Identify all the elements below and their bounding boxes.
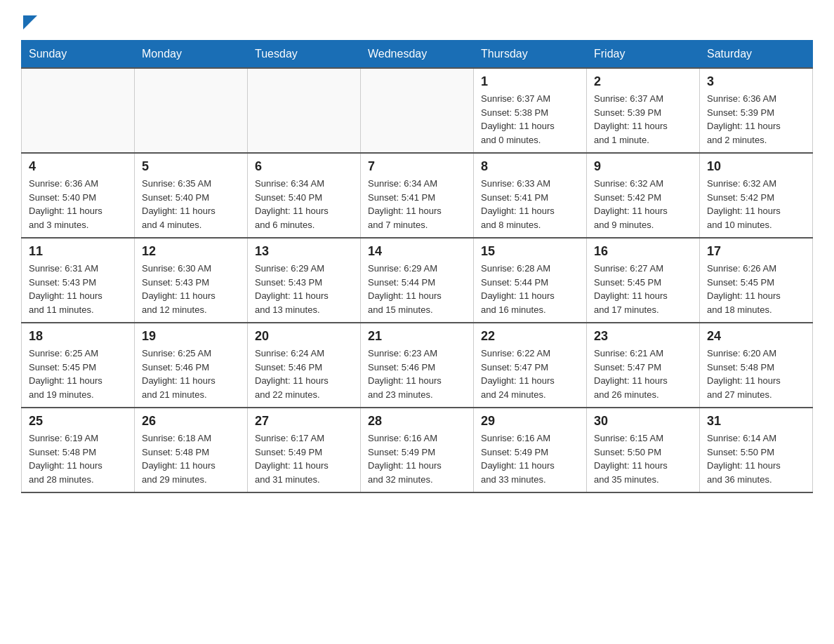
col-header-monday: Monday (135, 41, 248, 69)
day-info: Sunrise: 6:24 AMSunset: 5:46 PMDaylight:… (255, 347, 353, 401)
day-number: 5 (142, 159, 240, 174)
day-number: 3 (707, 74, 805, 89)
calendar-cell: 9Sunrise: 6:32 AMSunset: 5:42 PMDaylight… (587, 153, 700, 238)
col-header-wednesday: Wednesday (361, 41, 474, 69)
calendar-cell: 14Sunrise: 6:29 AMSunset: 5:44 PMDayligh… (361, 238, 474, 323)
day-info: Sunrise: 6:25 AMSunset: 5:46 PMDaylight:… (142, 347, 240, 401)
day-info: Sunrise: 6:23 AMSunset: 5:46 PMDaylight:… (368, 347, 466, 401)
calendar-cell: 31Sunrise: 6:14 AMSunset: 5:50 PMDayligh… (700, 408, 813, 492)
calendar-cell: 6Sunrise: 6:34 AMSunset: 5:40 PMDaylight… (248, 153, 361, 238)
day-number: 14 (368, 244, 466, 259)
col-header-saturday: Saturday (700, 41, 813, 69)
calendar-cell: 24Sunrise: 6:20 AMSunset: 5:48 PMDayligh… (700, 323, 813, 408)
day-info: Sunrise: 6:33 AMSunset: 5:41 PMDaylight:… (481, 177, 579, 232)
day-number: 9 (594, 159, 692, 174)
day-number: 20 (255, 329, 353, 344)
col-header-sunday: Sunday (22, 41, 135, 69)
day-info: Sunrise: 6:36 AMSunset: 5:40 PMDaylight:… (29, 177, 127, 232)
calendar-cell: 8Sunrise: 6:33 AMSunset: 5:41 PMDaylight… (474, 153, 587, 238)
day-number: 10 (707, 159, 805, 174)
day-number: 25 (29, 414, 127, 429)
calendar-cell: 3Sunrise: 6:36 AMSunset: 5:39 PMDaylight… (700, 68, 813, 153)
day-number: 2 (594, 74, 692, 89)
week-row-5: 25Sunrise: 6:19 AMSunset: 5:48 PMDayligh… (22, 408, 813, 492)
day-info: Sunrise: 6:19 AMSunset: 5:48 PMDaylight:… (29, 431, 127, 486)
logo-arrow-icon (23, 15, 37, 29)
day-number: 22 (481, 329, 579, 344)
col-header-tuesday: Tuesday (248, 41, 361, 69)
day-info: Sunrise: 6:29 AMSunset: 5:43 PMDaylight:… (255, 262, 353, 316)
calendar-cell (248, 68, 361, 153)
day-number: 6 (255, 159, 353, 174)
calendar-table: SundayMondayTuesdayWednesdayThursdayFrid… (21, 40, 813, 493)
page-header (21, 14, 813, 32)
day-info: Sunrise: 6:30 AMSunset: 5:43 PMDaylight:… (142, 262, 240, 316)
day-number: 18 (29, 329, 127, 344)
calendar-cell: 20Sunrise: 6:24 AMSunset: 5:46 PMDayligh… (248, 323, 361, 408)
calendar-cell: 7Sunrise: 6:34 AMSunset: 5:41 PMDaylight… (361, 153, 474, 238)
calendar-cell: 21Sunrise: 6:23 AMSunset: 5:46 PMDayligh… (361, 323, 474, 408)
day-number: 16 (594, 244, 692, 259)
calendar-cell: 23Sunrise: 6:21 AMSunset: 5:47 PMDayligh… (587, 323, 700, 408)
calendar-cell: 17Sunrise: 6:26 AMSunset: 5:45 PMDayligh… (700, 238, 813, 323)
day-info: Sunrise: 6:27 AMSunset: 5:45 PMDaylight:… (594, 262, 692, 316)
calendar-cell: 27Sunrise: 6:17 AMSunset: 5:49 PMDayligh… (248, 408, 361, 492)
day-info: Sunrise: 6:35 AMSunset: 5:40 PMDaylight:… (142, 177, 240, 232)
day-info: Sunrise: 6:25 AMSunset: 5:45 PMDaylight:… (29, 347, 127, 401)
day-info: Sunrise: 6:16 AMSunset: 5:49 PMDaylight:… (481, 431, 579, 486)
day-info: Sunrise: 6:16 AMSunset: 5:49 PMDaylight:… (368, 431, 466, 486)
day-info: Sunrise: 6:17 AMSunset: 5:49 PMDaylight:… (255, 431, 353, 486)
day-number: 23 (594, 329, 692, 344)
svg-marker-0 (23, 15, 37, 29)
calendar-cell: 5Sunrise: 6:35 AMSunset: 5:40 PMDaylight… (135, 153, 248, 238)
day-number: 7 (368, 159, 466, 174)
calendar-cell: 25Sunrise: 6:19 AMSunset: 5:48 PMDayligh… (22, 408, 135, 492)
day-number: 11 (29, 244, 127, 259)
calendar-cell: 11Sunrise: 6:31 AMSunset: 5:43 PMDayligh… (22, 238, 135, 323)
calendar-cell (135, 68, 248, 153)
day-info: Sunrise: 6:37 AMSunset: 5:38 PMDaylight:… (481, 92, 579, 147)
col-header-thursday: Thursday (474, 41, 587, 69)
day-number: 17 (707, 244, 805, 259)
calendar-cell: 16Sunrise: 6:27 AMSunset: 5:45 PMDayligh… (587, 238, 700, 323)
day-info: Sunrise: 6:26 AMSunset: 5:45 PMDaylight:… (707, 262, 805, 316)
week-row-3: 11Sunrise: 6:31 AMSunset: 5:43 PMDayligh… (22, 238, 813, 323)
day-number: 8 (481, 159, 579, 174)
calendar-cell: 19Sunrise: 6:25 AMSunset: 5:46 PMDayligh… (135, 323, 248, 408)
day-number: 4 (29, 159, 127, 174)
calendar-cell: 26Sunrise: 6:18 AMSunset: 5:48 PMDayligh… (135, 408, 248, 492)
day-info: Sunrise: 6:37 AMSunset: 5:39 PMDaylight:… (594, 92, 692, 147)
calendar-cell: 1Sunrise: 6:37 AMSunset: 5:38 PMDaylight… (474, 68, 587, 153)
day-number: 1 (481, 74, 579, 89)
calendar-cell: 15Sunrise: 6:28 AMSunset: 5:44 PMDayligh… (474, 238, 587, 323)
day-number: 30 (594, 414, 692, 429)
calendar-cell: 12Sunrise: 6:30 AMSunset: 5:43 PMDayligh… (135, 238, 248, 323)
calendar-cell: 29Sunrise: 6:16 AMSunset: 5:49 PMDayligh… (474, 408, 587, 492)
calendar-cell: 10Sunrise: 6:32 AMSunset: 5:42 PMDayligh… (700, 153, 813, 238)
day-number: 15 (481, 244, 579, 259)
logo (21, 14, 37, 32)
day-info: Sunrise: 6:34 AMSunset: 5:41 PMDaylight:… (368, 177, 466, 232)
day-number: 13 (255, 244, 353, 259)
day-info: Sunrise: 6:21 AMSunset: 5:47 PMDaylight:… (594, 347, 692, 401)
day-number: 28 (368, 414, 466, 429)
col-header-friday: Friday (587, 41, 700, 69)
day-info: Sunrise: 6:29 AMSunset: 5:44 PMDaylight:… (368, 262, 466, 316)
day-info: Sunrise: 6:15 AMSunset: 5:50 PMDaylight:… (594, 431, 692, 486)
day-number: 27 (255, 414, 353, 429)
day-info: Sunrise: 6:36 AMSunset: 5:39 PMDaylight:… (707, 92, 805, 147)
calendar-cell: 4Sunrise: 6:36 AMSunset: 5:40 PMDaylight… (22, 153, 135, 238)
day-info: Sunrise: 6:34 AMSunset: 5:40 PMDaylight:… (255, 177, 353, 232)
calendar-cell: 13Sunrise: 6:29 AMSunset: 5:43 PMDayligh… (248, 238, 361, 323)
calendar-cell: 28Sunrise: 6:16 AMSunset: 5:49 PMDayligh… (361, 408, 474, 492)
day-number: 12 (142, 244, 240, 259)
day-info: Sunrise: 6:18 AMSunset: 5:48 PMDaylight:… (142, 431, 240, 486)
day-info: Sunrise: 6:31 AMSunset: 5:43 PMDaylight:… (29, 262, 127, 316)
day-info: Sunrise: 6:14 AMSunset: 5:50 PMDaylight:… (707, 431, 805, 486)
calendar-header-row: SundayMondayTuesdayWednesdayThursdayFrid… (22, 41, 813, 69)
day-info: Sunrise: 6:20 AMSunset: 5:48 PMDaylight:… (707, 347, 805, 401)
calendar-cell: 2Sunrise: 6:37 AMSunset: 5:39 PMDaylight… (587, 68, 700, 153)
week-row-1: 1Sunrise: 6:37 AMSunset: 5:38 PMDaylight… (22, 68, 813, 153)
calendar-cell (361, 68, 474, 153)
day-number: 31 (707, 414, 805, 429)
